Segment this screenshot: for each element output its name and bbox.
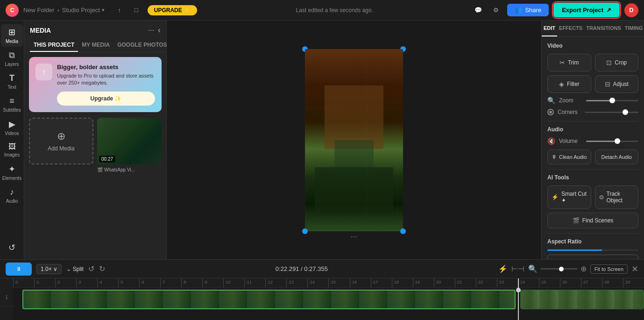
mark-29: :29	[623, 278, 644, 287]
adjust-button[interactable]: ⊟ Adjust	[595, 75, 639, 93]
fit-to-screen-button[interactable]: Fit to Screen	[547, 255, 638, 259]
media-panel: MEDIA ⋯ ‹ THIS PROJECT MY MEDIA GOOGLE P…	[24, 21, 167, 259]
media-panel-close-button[interactable]: ‹	[158, 25, 161, 35]
zoom-slider[interactable]	[586, 100, 638, 101]
upgrade-card-button[interactable]: Upgrade ✨	[57, 92, 155, 106]
clean-audio-button[interactable]: 🎙 Clean Audio	[547, 149, 591, 164]
sidebar-item-subtitles[interactable]: ≡ Subtitles	[1, 93, 23, 115]
layers-icon: ⧉	[9, 50, 15, 60]
tab-my-media[interactable]: MY MEDIA	[78, 39, 113, 52]
canvas-more-button[interactable]: ⋯	[351, 233, 357, 241]
video-tools-row-2: ◈ Filter ⊟ Adjust	[547, 75, 638, 93]
mark-7: :7	[160, 278, 181, 287]
sidebar-item-layers[interactable]: ⧉ Layers	[1, 48, 23, 70]
main-layout: ⊞ Media ⧉ Layers T Text ≡ Subtitles ▶ Vi…	[0, 21, 644, 259]
play-pause-button[interactable]: ⏸	[6, 263, 32, 276]
aspect-ratio-bar	[547, 249, 638, 251]
sidebar-item-audio[interactable]: ♪ Audio	[1, 185, 23, 206]
media-item-0[interactable]: 00:27 🎬 WhatsApp Vi...	[97, 118, 162, 172]
text-icon: T	[9, 73, 14, 83]
mute-icon[interactable]: 🔇	[547, 137, 555, 145]
zoom-out-button[interactable]: 🔍	[528, 264, 538, 273]
tab-timing[interactable]: TIMING	[623, 21, 644, 36]
upgrade-card: ↑ Bigger, bolder assets Upgrade to Pro t…	[29, 57, 162, 112]
corners-slider[interactable]	[585, 112, 638, 113]
undo-button[interactable]: ↺	[88, 264, 94, 273]
upload-icon[interactable]: ↑	[113, 4, 126, 17]
fit-screen-timeline-button[interactable]: Fit to Screen	[590, 264, 628, 274]
media-thumb-duration: 00:27	[99, 156, 115, 163]
sidebar-item-media[interactable]: ⊞ Media	[1, 24, 23, 47]
split-button[interactable]: ⌄ Split	[66, 266, 84, 272]
mark-4: :4	[97, 278, 118, 287]
settings-icon[interactable]: ⚙	[489, 4, 502, 17]
tab-transitions[interactable]: TRANSITIONS	[584, 21, 623, 36]
find-scenes-button[interactable]: 🎬 Find Scenes	[547, 213, 638, 228]
upgrade-card-description: Upgrade to Pro to upload and store asset…	[57, 72, 155, 87]
timeline-track-area: 1 :0 :1 :2 :3 :4 :5 :6 :7 :8 :9 :10 :11	[0, 278, 644, 320]
crop-button[interactable]: ⊡ Crop	[595, 54, 639, 71]
canvas-area: ⋯	[167, 21, 541, 259]
track-icon: ⊙	[599, 194, 604, 200]
zoom-slider-timeline[interactable]	[540, 268, 578, 270]
logo: C	[6, 4, 19, 17]
media-icon: ⊞	[8, 27, 15, 37]
monitor-icon[interactable]: □	[130, 4, 143, 17]
zoom-label: Zoom	[559, 97, 582, 104]
speed-control[interactable]: 1.0× ∨	[36, 264, 62, 274]
track-number-1: 1	[0, 288, 13, 306]
tab-effects[interactable]: EFFECTS	[557, 21, 584, 36]
smart-cut-button[interactable]: ⚡ Smart Cut ✦	[547, 185, 591, 209]
close-timeline-button[interactable]: ✕	[631, 264, 638, 274]
share-button[interactable]: 👥 Share	[507, 4, 549, 16]
zoom-in-button[interactable]: ⊕	[580, 264, 587, 273]
filter-icon: ◈	[559, 80, 564, 88]
tab-google-photos[interactable]: GOOGLE PHOTOS	[113, 39, 170, 52]
mark-20: :20	[434, 278, 455, 287]
crop-icon: ⊡	[606, 59, 612, 66]
pause-icon: ⏸	[16, 266, 21, 272]
media-thumb-0[interactable]: 00:27	[97, 118, 162, 164]
sidebar-item-images[interactable]: 🖼 Images	[1, 140, 23, 160]
aspect-ratio-section: Aspect Ratio Fit to Screen	[547, 238, 638, 259]
upgrade-card-icon: ↑	[35, 64, 52, 80]
sidebar-item-label-media: Media	[6, 39, 18, 44]
corners-label: Corners	[558, 109, 581, 115]
tab-edit[interactable]: EDIT	[542, 21, 557, 36]
sidebar-item-text[interactable]: T Text	[1, 71, 23, 92]
detach-audio-button[interactable]: Detach Audio	[595, 149, 639, 164]
media-tabs: THIS PROJECT MY MEDIA GOOGLE PHOTOS	[24, 35, 166, 52]
upgrade-button[interactable]: UPGRADE ⚡	[148, 5, 197, 15]
playhead[interactable]	[518, 278, 519, 320]
redo-button[interactable]: ↻	[99, 264, 105, 273]
add-media-button[interactable]: ⊕ Add Media	[29, 118, 93, 164]
fit-tracks-icon-btn[interactable]: ⊢⊣	[511, 264, 524, 273]
audio-icon: ♪	[10, 187, 14, 197]
project-name[interactable]: Studio Project ▾	[62, 7, 105, 14]
volume-slider[interactable]	[586, 141, 638, 142]
user-avatar[interactable]: D	[624, 3, 638, 17]
sidebar-item-label-videos: Videos	[5, 131, 19, 136]
media-panel-more-icon[interactable]: ⋯	[148, 27, 154, 34]
track-object-button[interactable]: ⊙ Track Object	[595, 185, 639, 209]
sidebar-item-videos[interactable]: ▶ Videos	[1, 116, 23, 139]
comment-icon[interactable]: 💬	[472, 4, 485, 17]
export-button[interactable]: Export Project ↗	[553, 3, 620, 17]
mark-22: :22	[476, 278, 497, 287]
tab-this-project[interactable]: THIS PROJECT	[30, 39, 78, 52]
corners-radio[interactable]	[547, 109, 554, 115]
handle-bottom-left[interactable]	[302, 228, 308, 234]
sidebar-item-elements[interactable]: ✦ Elements	[1, 161, 23, 184]
sidebar-item-undo[interactable]: ↺	[1, 240, 23, 256]
mark-28: :28	[602, 278, 623, 287]
playhead-head	[516, 288, 521, 292]
track-clip-left[interactable]	[22, 290, 516, 309]
filter-button[interactable]: ◈ Filter	[547, 75, 591, 93]
trim-button[interactable]: ✂ Trim	[547, 54, 591, 71]
split-track-icon-btn[interactable]: ⚡	[498, 264, 508, 273]
handle-bottom-right[interactable]	[400, 228, 406, 234]
mark-0: :0	[13, 278, 34, 287]
sidebar-item-label-images: Images	[4, 152, 20, 157]
track-clip-right[interactable]	[520, 290, 644, 309]
zoom-control: 🔍 ⊕	[528, 264, 587, 273]
